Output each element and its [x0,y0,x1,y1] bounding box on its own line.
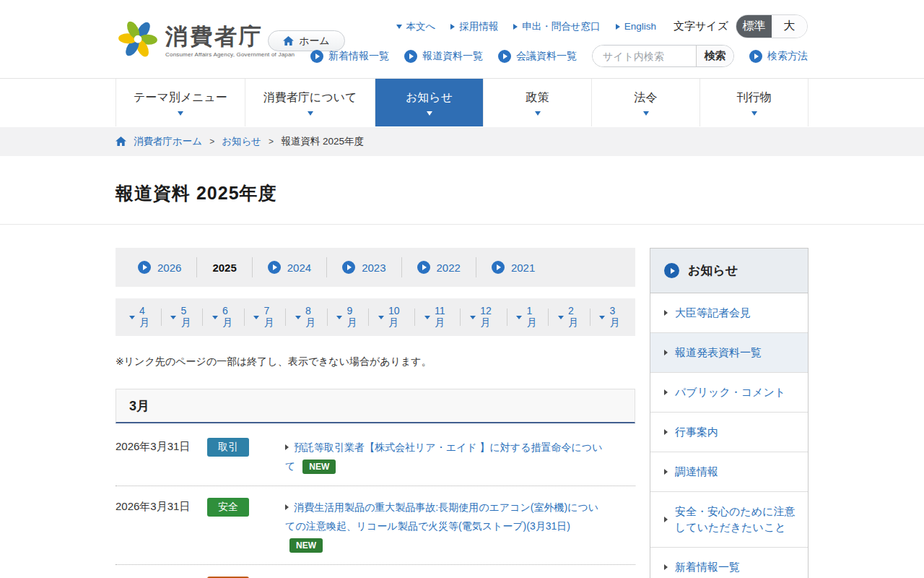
sidebar-item-label: パブリック・コメント [675,384,785,400]
category-badge: 安全 [207,498,249,517]
month-link-6[interactable]: 6月 [203,305,244,329]
breadcrumb-separator: > [269,137,274,147]
sidebar-item-press-releases[interactable]: 報道発表資料一覧 [650,333,808,373]
year-tab-2023[interactable]: 2023 [327,261,401,274]
year-tab-2026[interactable]: 2026 [123,261,196,274]
month-link-11[interactable]: 11月 [415,305,460,329]
skip-to-content-link[interactable]: 本文へ [396,20,436,33]
triangle-down-icon [129,316,135,319]
breadcrumb-bar: 消費者庁ホーム > お知らせ > 報道資料 2025年度 [0,127,924,156]
month-link-4[interactable]: 4月 [120,305,161,329]
news-date: 2026年3月31日 [116,498,207,514]
font-size-standard-button[interactable]: 標準 [736,15,772,38]
breadcrumb: 消費者庁ホーム > お知らせ > 報道資料 2025年度 [116,127,364,156]
sidebar-item-label: 安全・安心のために注意していただきたいこと [675,504,798,535]
font-size-toggle: 標準 大 [736,14,808,38]
recruit-label: 採用情報 [459,20,498,33]
month-label: 12月 [480,305,497,329]
year-tab-2021[interactable]: 2021 [476,261,550,274]
sidebar-item-press-conference[interactable]: 大臣等記者会見 [650,293,808,333]
news-date: 2026年3月31日 [116,438,207,454]
site-search: 検索 [592,45,734,67]
meeting-list-link[interactable]: 会議資料一覧 [498,50,577,63]
circle-arrow-icon [664,263,679,278]
breadcrumb-separator: > [209,137,214,147]
page-title: 報道資料 2025年度 [116,181,277,205]
month-link-1[interactable]: 1月 [507,305,548,329]
triangle-right-icon [664,517,668,522]
search-button[interactable]: 検索 [696,45,733,67]
contact-link[interactable]: 申出・問合せ窓口 [513,20,600,33]
triangle-right-icon [664,429,668,435]
nav-policy[interactable]: 政策 [484,79,592,126]
month-label: 1月 [526,305,539,329]
triangle-down-icon [558,316,564,319]
sidebar-item-label: 大臣等記者会見 [675,305,751,321]
news-row: 2026年3月31日 取引 預託等取引業者【株式会社リア・エイド 】に対する措置… [116,426,635,486]
main-content: 2026 2025 2024 2023 2022 2021 4月 5月 [116,225,635,578]
triangle-down-icon [212,316,218,319]
year-tab-2025-current: 2025 [197,262,251,274]
month-link-10[interactable]: 10月 [369,305,414,329]
chevron-down-icon [308,111,313,116]
nav-publications[interactable]: 刊行物 [700,79,808,126]
month-link-2[interactable]: 2月 [549,305,590,329]
sidebar-item-new-info[interactable]: 新着情報一覧 [650,548,808,578]
sidebar-item-label: 行事案内 [675,424,718,440]
news-content: 消費生活用製品の重大製品事故:長期使用のエアコン(室外機)についての注意喚起、リ… [285,498,606,554]
year-label: 2024 [287,262,311,274]
english-link[interactable]: English [616,21,656,32]
nav-theme-menu[interactable]: テーマ別メニュー [116,79,245,126]
nav-about-agency[interactable]: 消費者庁について [245,79,375,126]
sidebar-item-events[interactable]: 行事案内 [650,413,808,452]
chevron-down-icon [535,111,541,116]
breadcrumb-home-link[interactable]: 消費者庁ホーム [134,135,202,148]
circle-arrow-icon [404,50,417,63]
nav-label: テーマ別メニュー [134,90,227,105]
month-link-3[interactable]: 3月 [590,305,631,329]
nav-label: 法令 [635,90,658,105]
sidebar-item-label: 調達情報 [675,464,718,480]
new-info-list-label: 新着情報一覧 [328,50,389,63]
year-tabs: 2026 2025 2024 2023 2022 2021 [116,248,635,287]
month-link-5[interactable]: 5月 [161,305,202,329]
circle-arrow-icon [498,50,511,63]
home-icon [116,137,126,147]
nav-notice[interactable]: お知らせ [375,79,484,126]
month-link-8[interactable]: 8月 [286,305,327,329]
press-list-link[interactable]: 報道資料一覧 [404,50,483,63]
year-tab-2022[interactable]: 2022 [402,261,476,274]
month-label: 10月 [388,305,405,329]
chevron-down-icon [427,111,432,116]
search-help-link[interactable]: 検索方法 [749,50,808,63]
circle-arrow-icon [342,261,355,274]
triangle-down-icon [336,316,342,319]
triangle-right-icon [513,24,518,30]
year-label: 2022 [437,262,461,274]
font-size-label: 文字サイズ [674,20,728,33]
new-info-list-link[interactable]: 新着情報一覧 [310,50,389,63]
recruit-link[interactable]: 採用情報 [450,20,498,33]
sidebar-item-safety-caution[interactable]: 安全・安心のために注意していただきたいこと [650,492,808,548]
news-link[interactable]: 消費生活用製品の重大製品事故:長期使用のエアコン(室外機)についての注意喚起、リ… [285,501,598,532]
sidebar-item-procurement[interactable]: 調達情報 [650,452,808,492]
font-size-large-button[interactable]: 大 [772,15,807,38]
triangle-right-icon [285,444,289,450]
news-row: 2026年3月31日 制度 第7回現代社会における消費者取引の在り方を踏まえた消… [116,565,635,578]
year-label: 2021 [511,262,535,274]
triangle-down-icon [170,316,176,319]
font-size-control: 文字サイズ 標準 大 [674,14,808,38]
breadcrumb-section-link[interactable]: お知らせ [222,135,261,148]
utility-links: 本文へ 採用情報 申出・問合せ窓口 English 文字サイズ 標準 大 [396,14,808,38]
sidebar-item-label: 新着情報一覧 [675,559,740,575]
circle-arrow-icon [417,261,430,274]
search-input[interactable] [593,46,696,66]
month-label: 3月 [609,305,622,329]
sidebar-item-public-comment[interactable]: パブリック・コメント [650,373,808,413]
month-link-12[interactable]: 12月 [461,305,506,329]
month-link-9[interactable]: 9月 [327,305,368,329]
nav-laws[interactable]: 法令 [592,79,700,126]
year-tab-2024[interactable]: 2024 [253,261,326,274]
month-link-7[interactable]: 7月 [244,305,285,329]
breadcrumb-current: 報道資料 2025年度 [281,135,364,148]
